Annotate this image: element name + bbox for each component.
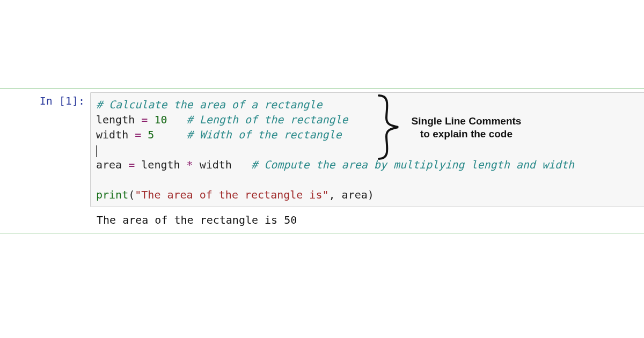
output-prompt	[0, 210, 90, 216]
code-number: 10	[154, 113, 167, 126]
code-identifier: width	[96, 128, 128, 141]
notebook-cell: In [1]: # Calculate the area of a rectan…	[0, 89, 644, 233]
output-row: The area of the rectangle is 50	[0, 210, 644, 233]
output-text: The area of the rectangle is 50	[97, 214, 297, 226]
code-comment: # Length of the rectangle	[187, 113, 348, 126]
notebook-viewport: In [1]: # Calculate the area of a rectan…	[0, 0, 644, 338]
code-operator: =	[141, 113, 148, 126]
text-cursor-icon	[96, 145, 97, 157]
code-identifier: area	[342, 188, 368, 201]
code-operator: =	[135, 128, 141, 141]
prompt-label: In [1]:	[40, 94, 85, 107]
code-punct: (	[128, 188, 135, 201]
code-input-area[interactable]: # Calculate the area of a rectangle leng…	[90, 92, 644, 207]
code-identifier: length	[141, 158, 180, 171]
code-comment: # Width of the rectangle	[187, 128, 342, 141]
code-operator: *	[187, 158, 193, 171]
code-identifier: length	[96, 113, 135, 126]
code-punct: ,	[329, 188, 335, 201]
input-row: In [1]: # Calculate the area of a rectan…	[0, 89, 644, 210]
cell-output: The area of the rectangle is 50	[90, 210, 644, 233]
code-function: print	[96, 188, 128, 201]
code-identifier: width	[200, 158, 232, 171]
code-comment: # Compute the area by multiplying length…	[251, 158, 574, 171]
code-identifier: area	[96, 158, 122, 171]
code-string: "The area of the rectangle is"	[135, 188, 328, 201]
code-punct: )	[368, 188, 374, 201]
code-comment: # Calculate the area of a rectangle	[96, 98, 322, 111]
code-operator: =	[128, 158, 135, 171]
code-number: 5	[148, 128, 154, 141]
input-prompt: In [1]:	[0, 89, 90, 107]
